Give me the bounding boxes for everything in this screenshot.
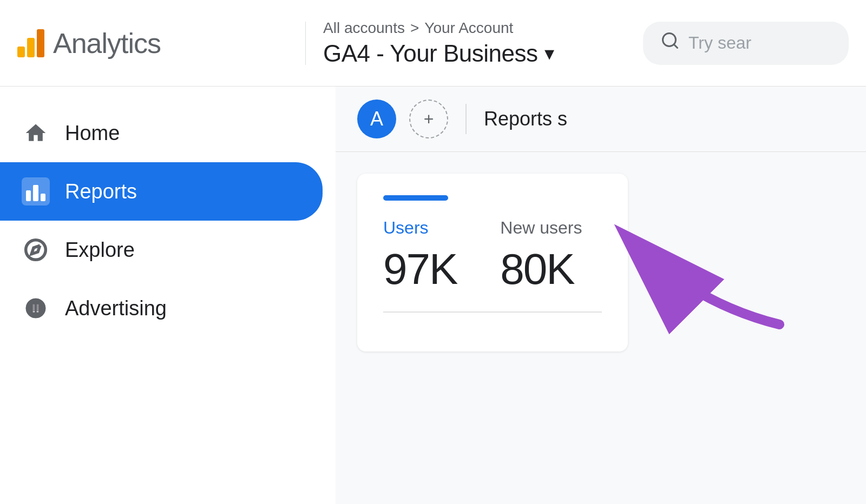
search-bar[interactable]: Try sear xyxy=(643,22,849,65)
sidebar-item-advertising-label: Advertising xyxy=(65,297,167,320)
sidebar-item-explore-label: Explore xyxy=(65,238,135,262)
logo-bar-medium xyxy=(27,38,35,57)
property-selector[interactable]: GA4 - Your Business ▾ xyxy=(323,40,554,67)
analytics-logo-icon xyxy=(17,29,44,57)
users-value: 97K xyxy=(383,244,457,294)
explore-icon xyxy=(22,236,50,264)
new-users-label: New users xyxy=(500,218,582,238)
sidebar-item-reports-label: Reports xyxy=(65,180,137,203)
all-accounts-link[interactable]: All accounts xyxy=(323,19,405,37)
search-icon xyxy=(660,31,680,55)
breadcrumb-chevron: > xyxy=(410,19,419,37)
your-account-link[interactable]: Your Account xyxy=(424,19,513,37)
sidebar: Home Reports Explore xyxy=(0,87,336,504)
reports-bar-1 xyxy=(26,190,31,201)
reports-bar-2 xyxy=(33,185,38,201)
new-users-value: 80K xyxy=(500,244,582,294)
stats-row: Users 97K New users 80K xyxy=(383,218,602,294)
search-placeholder: Try sear xyxy=(688,33,751,53)
app-header: Analytics All accounts > Your Account GA… xyxy=(0,0,866,87)
reports-icon xyxy=(22,177,50,205)
sidebar-item-reports[interactable]: Reports xyxy=(0,162,323,221)
blue-tab-indicator xyxy=(383,195,448,201)
main-layout: Home Reports Explore xyxy=(0,87,866,504)
sidebar-item-home-label: Home xyxy=(65,122,120,145)
stat-divider xyxy=(383,311,602,313)
logo-bar-tall xyxy=(37,29,44,57)
svg-point-2 xyxy=(26,240,46,260)
svg-line-1 xyxy=(674,44,678,48)
sidebar-item-explore[interactable]: Explore xyxy=(0,221,323,279)
logo-area: Analytics xyxy=(17,27,288,59)
content-area: A + Reports s Users 97K New users 80K xyxy=(336,87,866,504)
header-divider xyxy=(305,22,306,65)
reports-bar-3 xyxy=(41,194,45,201)
logo-bar-short xyxy=(17,47,25,57)
stats-card: Users 97K New users 80K xyxy=(357,174,628,352)
add-view-button[interactable]: + xyxy=(409,100,448,138)
sidebar-item-advertising[interactable]: Advertising xyxy=(0,279,323,337)
content-topbar: A + Reports s xyxy=(336,87,866,152)
breadcrumb-area: All accounts > Your Account GA4 - Your B… xyxy=(323,19,554,67)
breadcrumb: All accounts > Your Account xyxy=(323,19,554,37)
stats-area: Users 97K New users 80K xyxy=(336,152,866,373)
home-icon xyxy=(22,119,50,147)
topbar-divider xyxy=(465,104,467,134)
avatar[interactable]: A xyxy=(357,100,396,138)
property-dropdown-arrow: ▾ xyxy=(544,42,554,65)
property-name: GA4 - Your Business xyxy=(323,40,538,67)
users-label: Users xyxy=(383,218,457,238)
sidebar-item-home[interactable]: Home xyxy=(0,104,323,162)
reports-snapshot-label: Reports s xyxy=(484,108,567,130)
app-name: Analytics xyxy=(53,27,161,59)
reports-icon-box xyxy=(22,177,50,205)
advertising-icon xyxy=(22,294,50,322)
new-users-stat: New users 80K xyxy=(500,218,582,294)
users-stat: Users 97K xyxy=(383,218,457,294)
